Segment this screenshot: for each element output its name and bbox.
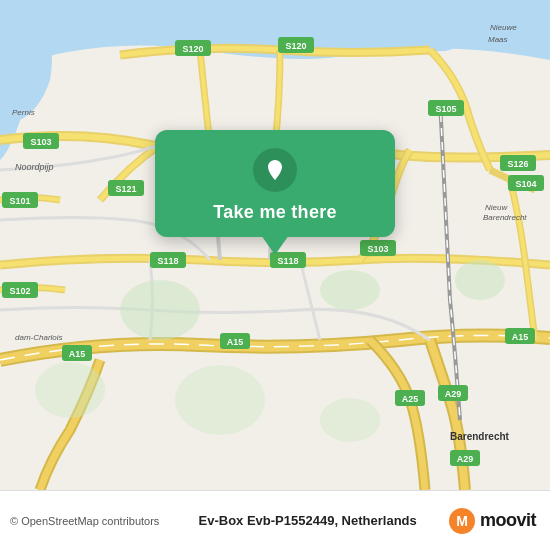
moovit-brand-icon: M xyxy=(448,507,476,535)
svg-text:S118: S118 xyxy=(157,256,178,266)
svg-point-46 xyxy=(320,270,380,310)
svg-text:S102: S102 xyxy=(9,286,30,296)
svg-text:S120: S120 xyxy=(285,41,306,51)
bottom-bar: © OpenStreetMap contributors Ev-Box Evb-… xyxy=(0,490,550,550)
svg-text:Barendrecht: Barendrecht xyxy=(450,431,510,442)
map-container[interactable]: S120 S120 S103 S103 S118 S118 S105 S121 … xyxy=(0,0,550,490)
svg-text:A15: A15 xyxy=(69,349,86,359)
moovit-text: moovit xyxy=(480,510,536,531)
svg-text:A29: A29 xyxy=(457,454,474,464)
take-me-there-label: Take me there xyxy=(213,202,337,223)
svg-text:M: M xyxy=(456,513,468,529)
svg-text:S120: S120 xyxy=(182,44,203,54)
svg-text:A29: A29 xyxy=(445,389,462,399)
moovit-logo: M moovit xyxy=(448,507,536,535)
svg-text:Nieuwe: Nieuwe xyxy=(490,23,517,32)
svg-text:A15: A15 xyxy=(227,337,244,347)
svg-text:Noordpijp: Noordpijp xyxy=(15,162,54,172)
svg-text:S121: S121 xyxy=(115,184,136,194)
svg-point-45 xyxy=(120,280,200,340)
svg-point-50 xyxy=(320,398,380,442)
osm-credit: © OpenStreetMap contributors xyxy=(10,515,159,527)
svg-text:Nieuw: Nieuw xyxy=(485,203,508,212)
svg-text:A15: A15 xyxy=(512,332,529,342)
svg-text:Maas: Maas xyxy=(488,35,508,44)
svg-text:dam-Charlois: dam-Charlois xyxy=(15,333,63,342)
svg-text:S103: S103 xyxy=(30,137,51,147)
svg-text:S105: S105 xyxy=(435,104,456,114)
take-me-there-popup[interactable]: Take me there xyxy=(155,130,395,237)
svg-text:Pernis: Pernis xyxy=(12,108,35,117)
svg-point-47 xyxy=(455,260,505,300)
svg-text:S101: S101 xyxy=(9,196,30,206)
svg-text:S126: S126 xyxy=(507,159,528,169)
svg-text:S103: S103 xyxy=(367,244,388,254)
svg-point-48 xyxy=(35,362,105,418)
svg-text:A25: A25 xyxy=(402,394,419,404)
location-pin-icon xyxy=(263,158,287,182)
svg-point-49 xyxy=(175,365,265,435)
svg-text:Barendrecht: Barendrecht xyxy=(483,213,527,222)
svg-text:S104: S104 xyxy=(515,179,536,189)
svg-text:S118: S118 xyxy=(277,256,298,266)
location-info: Ev-Box Evb-P1552449, Netherlands xyxy=(167,513,448,528)
location-icon-circle xyxy=(253,148,297,192)
